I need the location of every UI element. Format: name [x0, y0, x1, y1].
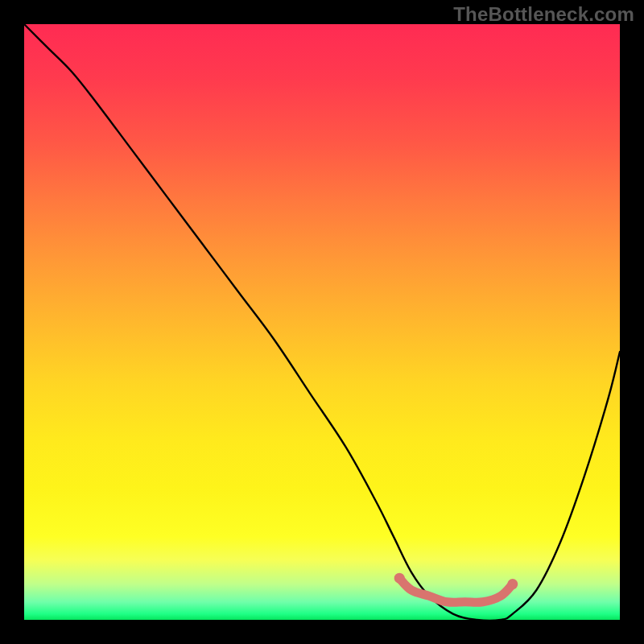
optimal-range-endpoint [507, 579, 518, 589]
curve-layer [24, 24, 620, 620]
chart-container: TheBottleneck.com [0, 0, 644, 644]
plot-area [24, 24, 620, 620]
watermark-text: TheBottleneck.com [453, 3, 634, 26]
bottleneck-curve [24, 24, 620, 621]
optimal-range-endpoint [394, 573, 405, 584]
